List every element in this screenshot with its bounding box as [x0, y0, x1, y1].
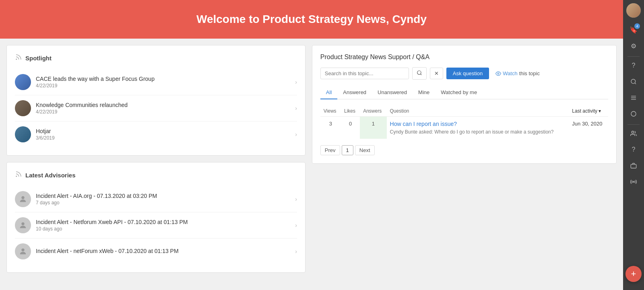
list-item[interactable]: CACE leads the way with a Super Focus Gr…: [15, 69, 297, 95]
circle-icon[interactable]: [626, 107, 641, 121]
spotlight-header: Spotlight: [15, 53, 297, 63]
svg-point-5: [631, 111, 636, 116]
item-date: 4/22/2019: [36, 83, 292, 88]
broadcast-icon[interactable]: [626, 175, 641, 189]
avatar: [15, 100, 31, 116]
list-item[interactable]: Hotjar 3/6/2019 ›: [15, 121, 297, 147]
advisories-card: Latest Advisories Incident Alert - AIA.o…: [6, 162, 305, 273]
rss-icon: [15, 171, 22, 180]
watch-link: Watch this topic: [495, 70, 540, 76]
content-area: Spotlight CACE leads the way with a Supe…: [0, 39, 623, 290]
item-date: 4/22/2019: [36, 109, 292, 115]
item-content: Knowledge Communities relaunched 4/22/20…: [36, 102, 292, 115]
svg-point-16: [498, 73, 500, 74]
chevron-right-icon: ›: [295, 131, 297, 138]
tab-mine[interactable]: Mine: [413, 86, 435, 99]
item-title: CACE leads the way with a Super Focus Gr…: [36, 76, 292, 82]
search-input[interactable]: [320, 68, 409, 79]
notification-badge: 4: [634, 23, 640, 29]
bookmark-icon[interactable]: 🔖 4: [626, 23, 641, 37]
col-views: Views: [320, 106, 341, 117]
tab-answered[interactable]: Answered: [337, 86, 372, 99]
qa-title: Product Strategy News Support / Q&A: [320, 53, 608, 61]
users-icon[interactable]: [626, 126, 641, 141]
chevron-right-icon: ›: [295, 196, 297, 202]
search-button[interactable]: [412, 67, 427, 80]
svg-point-0: [631, 79, 636, 84]
list-item[interactable]: Incident Alert - AIA.org - 07.13.2020 at…: [15, 186, 297, 212]
right-column: Product Strategy News Support / Q&A ✕ As…: [312, 45, 617, 284]
item-date: 10 days ago: [36, 226, 292, 232]
sidebar-divider-1: [627, 56, 640, 57]
item-content: Incident Alert - AIA.org - 07.13.2020 at…: [36, 193, 292, 206]
item-content: Hotjar 3/6/2019: [36, 128, 292, 141]
col-likes: Likes: [341, 106, 360, 117]
page-title: Welcome to Product Strategy News, Cyndy: [8, 13, 615, 26]
question-link[interactable]: How can I report an issue?: [390, 121, 566, 127]
tab-unanswered[interactable]: Unanswered: [372, 86, 413, 99]
table-row: 3 0 1 How can I report an issue? Cyndy B…: [320, 117, 608, 139]
qa-card: Product Strategy News Support / Q&A ✕ As…: [312, 45, 617, 164]
question-mark-icon[interactable]: ?: [626, 142, 641, 157]
svg-point-9: [16, 59, 17, 60]
item-title: Incident Alert - AIA.org - 07.13.2020 at…: [36, 193, 292, 199]
fab-button[interactable]: +: [625, 266, 642, 282]
watch-button[interactable]: Watch: [503, 70, 517, 76]
svg-point-6: [632, 131, 634, 133]
menu-lines-icon[interactable]: [626, 90, 641, 105]
rss-icon: [15, 53, 22, 63]
chevron-right-icon: ›: [295, 105, 297, 111]
col-question: Question: [387, 106, 569, 117]
item-title: Knowledge Communities relaunched: [36, 102, 292, 108]
likes-cell: 0: [341, 117, 360, 139]
avatar: [15, 126, 31, 142]
col-last-activity[interactable]: Last activity ▾: [569, 106, 608, 117]
svg-point-11: [21, 196, 24, 199]
tab-all[interactable]: All: [320, 86, 337, 99]
next-button[interactable]: Next: [355, 145, 375, 155]
answers-cell: 1: [360, 117, 386, 139]
svg-point-10: [16, 176, 17, 177]
pagination: Prev 1 Next: [320, 145, 608, 155]
item-title: Incident Alert - netForum xWeb - 07.10.2…: [36, 248, 292, 254]
tab-watched-by-me[interactable]: Watched by me: [435, 86, 483, 99]
sidebar-divider-2: [627, 124, 640, 125]
svg-point-12: [21, 222, 24, 225]
spotlight-card: Spotlight CACE leads the way with a Supe…: [6, 45, 305, 156]
main-content: Welcome to Product Strategy News, Cyndy …: [0, 0, 623, 290]
list-item[interactable]: Knowledge Communities relaunched 4/22/20…: [15, 95, 297, 121]
chevron-right-icon: ›: [295, 248, 297, 255]
gear-icon[interactable]: ⚙: [626, 39, 641, 53]
avatar: [15, 191, 31, 207]
item-title: Incident Alert - Netforum Xweb API - 07.…: [36, 219, 292, 225]
svg-point-13: [21, 249, 24, 251]
user-avatar[interactable]: [626, 3, 641, 18]
qa-table: Views Likes Answers Question Last activi…: [320, 106, 608, 139]
prev-button[interactable]: Prev: [320, 145, 340, 155]
chevron-right-icon: ›: [295, 79, 297, 85]
search-icon[interactable]: [626, 74, 641, 89]
item-title: Hotjar: [36, 128, 292, 134]
page-1-button[interactable]: 1: [342, 145, 353, 155]
avatar: [15, 217, 31, 233]
help-circle-icon[interactable]: ?: [626, 58, 641, 73]
item-date: 3/6/2019: [36, 135, 292, 141]
item-content: Incident Alert - Netforum Xweb API - 07.…: [36, 219, 292, 232]
list-item[interactable]: Incident Alert - Netforum Xweb API - 07.…: [15, 212, 297, 239]
avatar: [15, 74, 31, 90]
qa-toolbar: ✕ Ask question Watch this topic: [320, 67, 608, 80]
clear-search-button[interactable]: ✕: [430, 68, 443, 79]
item-date: 7 days ago: [36, 200, 292, 206]
list-item[interactable]: Incident Alert - netForum xWeb - 07.10.2…: [15, 239, 297, 264]
sort-arrow-icon: ▾: [599, 108, 601, 114]
chevron-right-icon: ›: [295, 222, 297, 228]
header-banner: Welcome to Product Strategy News, Cyndy: [0, 0, 623, 39]
briefcase-icon[interactable]: [626, 158, 641, 173]
ask-question-button[interactable]: Ask question: [446, 68, 489, 79]
views-cell: 3: [320, 117, 341, 139]
question-cell: How can I report an issue? Cyndy Bunte a…: [387, 117, 569, 139]
last-activity-cell: Jun 30, 2020: [569, 117, 608, 139]
svg-point-8: [633, 181, 634, 183]
avatar: [15, 243, 31, 259]
advisories-header: Latest Advisories: [15, 171, 297, 180]
